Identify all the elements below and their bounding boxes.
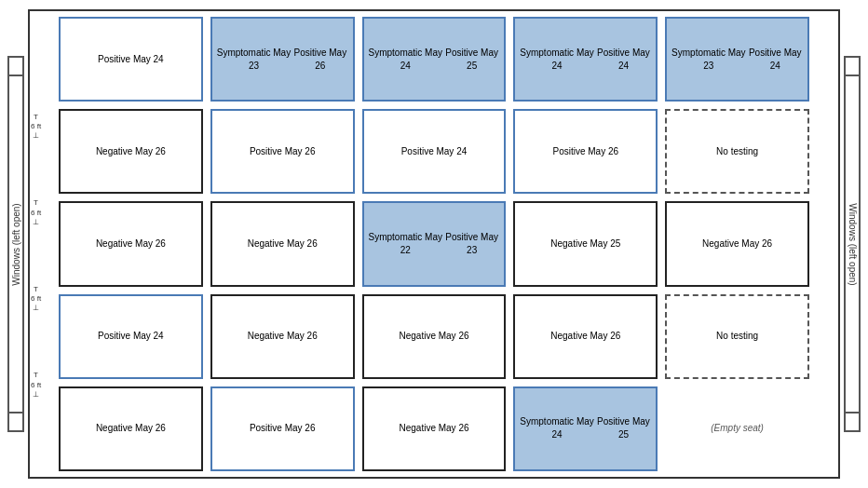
seat-r4-c4: (Empty seat): [665, 386, 809, 471]
seat-text-line2: Positive May 26: [292, 47, 348, 73]
seat-text-line1: Negative May 26: [96, 145, 166, 158]
seat-text-line1: (Empty seat): [711, 422, 764, 435]
six-ft-marker-4: T 6 ft ⊥: [31, 371, 41, 400]
seat-text-line1: Negative May 26: [399, 330, 468, 343]
seat-r0-c0: Positive May 24: [59, 17, 203, 102]
room-container: Windows (left open) Windows (left open) …: [0, 0, 868, 488]
seat-r3-c1: Negative May 26: [210, 294, 355, 379]
six-ft-marker-3: T 6 ft ⊥: [31, 285, 41, 314]
seat-text-line1: Negative May 26: [399, 422, 468, 435]
seat-text-line1: Negative May 25: [550, 237, 620, 251]
seat-text-line1: Positive May 26: [250, 145, 316, 158]
seat-text-line1: No testing: [716, 330, 758, 343]
seat-r0-c1: Symptomatic May 23Positive May 26: [210, 17, 355, 102]
seat-r3-c3: Negative May 26: [513, 294, 658, 379]
seat-text-line2: Positive May 25: [443, 47, 500, 73]
seat-r4-c2: Negative May 26: [362, 386, 507, 471]
seat-r1-c2: Positive May 24: [362, 109, 507, 194]
six-ft-markers-container: T 6 ft ⊥ T 6 ft ⊥ T 6 ft ⊥ T 6 ft ⊥: [31, 84, 41, 428]
six-ft-marker-2: T 6 ft ⊥: [31, 198, 41, 227]
seat-r3-c2: Negative May 26: [362, 294, 507, 379]
window-left-label: Windows (left open): [11, 203, 21, 285]
seat-text-line2: Positive May 23: [443, 231, 500, 257]
seat-text-line1: Symptomatic May 24: [519, 415, 594, 441]
seat-r4-c3: Symptomatic May 24Positive May 25: [513, 386, 658, 471]
seat-r3-c0: Positive May 24: [59, 294, 203, 379]
seat-text-line1: Symptomatic May 23: [216, 47, 292, 73]
seat-r4-c0: Negative May 26: [59, 386, 203, 471]
seat-text-line1: Symptomatic May 23: [671, 47, 746, 73]
seat-r2-c0: Negative May 26: [59, 201, 203, 286]
seat-text-line1: No testing: [716, 145, 758, 158]
seat-r0-c2: Symptomatic May 24Positive May 25: [362, 17, 507, 102]
seat-text-line1: Symptomatic May 24: [368, 47, 443, 73]
seat-r4-c1: Positive May 26: [210, 386, 355, 471]
seat-text-line1: Negative May 26: [702, 237, 772, 251]
seat-r1-c3: Positive May 26: [513, 109, 658, 194]
right-window-bar: Windows (left open): [844, 56, 861, 432]
seat-r0-c4: Symptomatic May 23Positive May 24: [665, 17, 809, 102]
seat-text-line2: Positive May 25: [595, 415, 652, 441]
seat-text-line1: Positive May 26: [250, 422, 316, 435]
left-window-bar: Windows (left open): [7, 56, 24, 432]
seat-r2-c4: Negative May 26: [665, 201, 809, 286]
seat-r3-c4: No testing: [665, 294, 809, 379]
seat-text-line1: Negative May 26: [96, 422, 166, 435]
seat-r2-c2: Symptomatic May 22Positive May 23: [362, 201, 507, 286]
seat-text-line1: Negative May 26: [248, 237, 318, 251]
seat-text-line1: Negative May 26: [248, 330, 318, 343]
seat-text-line2: Positive May 24: [595, 47, 652, 73]
seat-text-line1: Negative May 26: [550, 330, 620, 343]
seat-text-line1: Symptomatic May 24: [519, 47, 594, 73]
seat-text-line2: Positive May 24: [747, 47, 804, 73]
seat-r0-c3: Symptomatic May 24Positive May 24: [513, 17, 658, 102]
seat-text-line1: Positive May 26: [552, 145, 618, 158]
seat-r2-c1: Negative May 26: [210, 201, 355, 286]
seat-r1-c4: No testing: [665, 109, 809, 194]
seat-text-line1: Positive May 24: [98, 53, 164, 66]
seat-text-line1: Negative May 26: [96, 237, 166, 251]
six-ft-marker-1: T 6 ft ⊥: [31, 113, 41, 142]
seat-text-line1: Positive May 24: [401, 145, 468, 158]
seat-text-line1: Positive May 24: [98, 330, 164, 343]
seat-text-line1: Symptomatic May 22: [368, 231, 443, 257]
seats-grid: Positive May 24Symptomatic May 23Positiv…: [51, 9, 817, 479]
seat-r1-c1: Positive May 26: [210, 109, 355, 194]
seat-r1-c0: Negative May 26: [59, 109, 203, 194]
seat-r2-c3: Negative May 25: [513, 201, 658, 286]
window-right-label: Windows (left open): [848, 203, 858, 285]
